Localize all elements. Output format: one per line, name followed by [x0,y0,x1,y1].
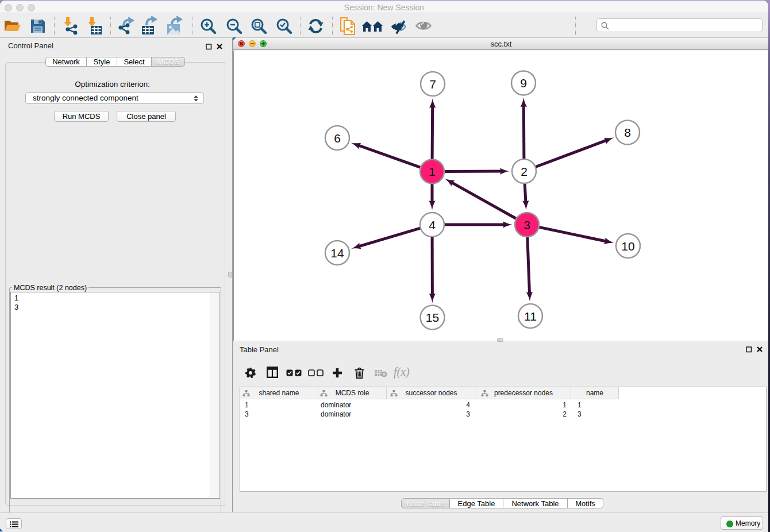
svg-text:4: 4 [429,218,436,232]
svg-text:15: 15 [426,311,439,324]
svg-text:10: 10 [621,240,634,253]
svg-text:11: 11 [524,310,537,323]
svg-text:9: 9 [520,76,527,90]
svg-text:3: 3 [523,218,530,232]
svg-text:1: 1 [429,165,436,178]
svg-text:14: 14 [330,246,344,260]
svg-text:6: 6 [334,132,341,145]
svg-text:2: 2 [521,165,528,178]
svg-text:8: 8 [624,126,631,139]
svg-text:7: 7 [429,78,436,91]
